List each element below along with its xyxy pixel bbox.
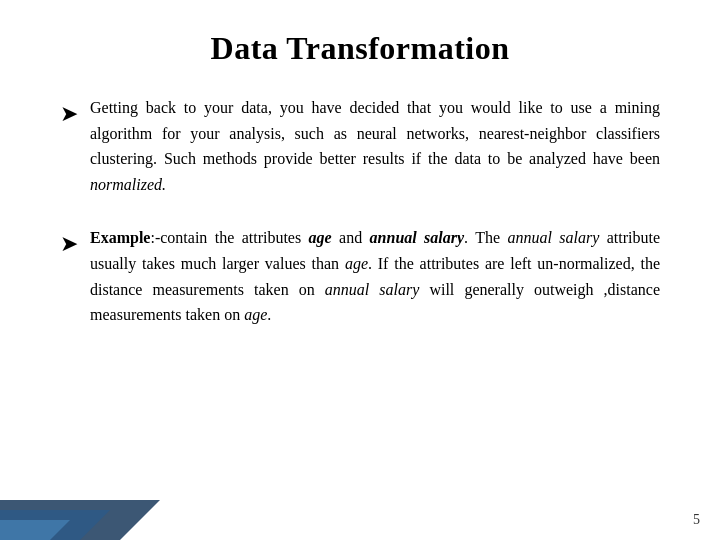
bullet-text-1: Getting back to your data, you have deci…	[90, 95, 660, 197]
bullet-item-1: ➤ Getting back to your data, you have de…	[60, 95, 660, 197]
slide-title: Data Transformation	[50, 30, 670, 67]
bullet-item-2: ➤ Example:-contain the attributes age an…	[60, 225, 660, 327]
bullet-text-2: Example:-contain the attributes age and …	[90, 225, 660, 327]
bullet-marker-2: ➤	[60, 227, 78, 260]
page-number: 5	[693, 512, 700, 528]
content-area: ➤ Getting back to your data, you have de…	[50, 95, 670, 328]
bottom-decoration	[0, 500, 200, 540]
bullet-marker-1: ➤	[60, 97, 78, 130]
slide: Data Transformation ➤ Getting back to yo…	[0, 0, 720, 540]
